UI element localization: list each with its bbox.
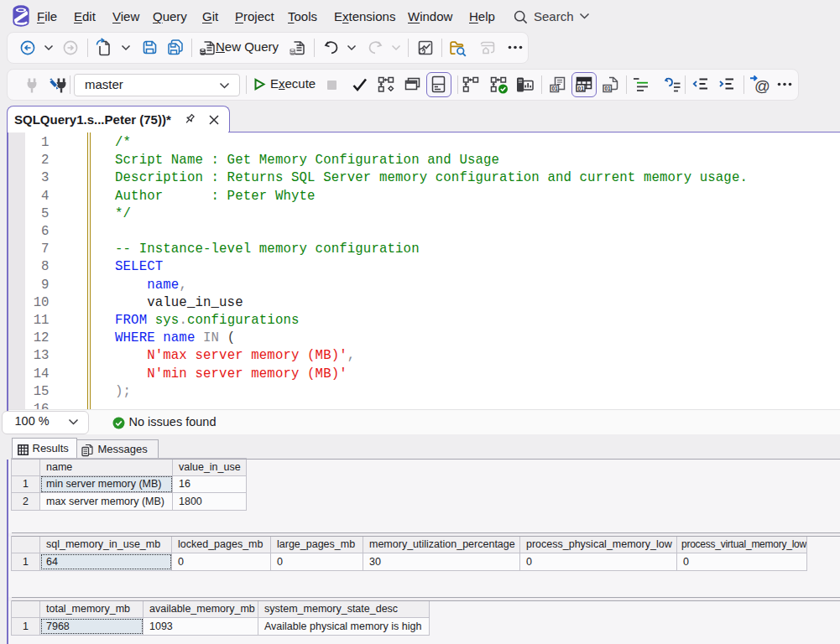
svg-text:01: 01 xyxy=(604,86,611,91)
svg-text:01: 01 xyxy=(578,86,585,91)
svg-text:@: @ xyxy=(754,77,770,95)
svg-text:01: 01 xyxy=(551,86,558,91)
